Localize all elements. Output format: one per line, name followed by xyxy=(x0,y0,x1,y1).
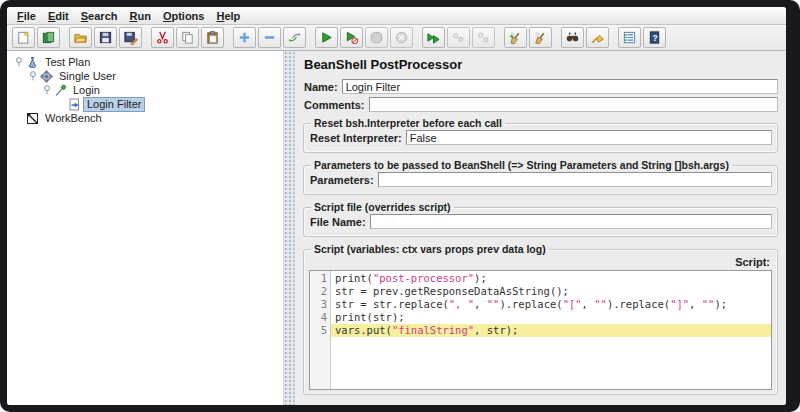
name-row: Name: xyxy=(304,79,778,94)
remove-button[interactable] xyxy=(258,27,281,48)
script-code: print("post-processor");str = prev.getRe… xyxy=(331,271,771,389)
copy-button[interactable] xyxy=(176,27,199,48)
paste-button[interactable] xyxy=(201,27,224,48)
add-icon xyxy=(237,30,252,45)
toggle-button[interactable] xyxy=(283,27,306,48)
remote-stop-all-button[interactable] xyxy=(447,27,470,48)
tree-item-login[interactable]: Login xyxy=(9,83,281,97)
clear-all-icon xyxy=(533,30,548,45)
search-reset-button[interactable] xyxy=(586,27,609,48)
menu-item-options[interactable]: Options xyxy=(158,9,212,23)
save-as-button[interactable] xyxy=(119,27,142,48)
new-file-button[interactable] xyxy=(12,27,35,48)
tree-expand-handle[interactable] xyxy=(27,70,39,82)
tree-indent-spacer xyxy=(55,98,67,110)
tree-expand-handle[interactable] xyxy=(41,84,53,96)
start-icon xyxy=(319,30,334,45)
post-processor-icon xyxy=(67,98,81,111)
reset-interpreter-label: Reset Interpreter: xyxy=(310,132,402,144)
shutdown-button[interactable] xyxy=(390,27,413,48)
cut-button[interactable] xyxy=(151,27,174,48)
copy-icon xyxy=(180,30,195,45)
line-number: 5 xyxy=(310,324,327,337)
menu-item-search[interactable]: Search xyxy=(76,9,125,23)
name-label: Name: xyxy=(304,81,338,93)
beanshell-postprocessor-panel: BeanShell PostProcessor Name: Comments: … xyxy=(295,51,786,405)
save-icon xyxy=(98,30,113,45)
open-file-icon xyxy=(73,30,88,45)
tree-expand-handle-icon xyxy=(28,70,38,82)
reset-interpreter-row: Reset Interpreter: xyxy=(310,130,772,145)
script-editor[interactable]: 12345 print("post-processor");str = prev… xyxy=(309,270,772,390)
script-group-title: Script (variables: ctx vars props prev d… xyxy=(311,243,549,255)
tree-item-single-user[interactable]: Single User xyxy=(9,69,281,83)
templates-button[interactable] xyxy=(37,27,60,48)
file-name-input[interactable] xyxy=(370,214,772,229)
search-button[interactable] xyxy=(561,27,584,48)
function-helper-button[interactable] xyxy=(618,27,641,48)
start-no-pauses-icon xyxy=(344,30,359,45)
line-number-gutter: 12345 xyxy=(310,271,331,389)
stop-icon xyxy=(369,30,384,45)
thread-group-icon xyxy=(39,70,53,83)
save-button[interactable] xyxy=(94,27,117,48)
tree-item-workbench[interactable]: WorkBench xyxy=(9,111,281,125)
tree-item-test-plan[interactable]: Test Plan xyxy=(9,55,281,69)
remote-shutdown-all-button[interactable] xyxy=(472,27,495,48)
parameters-label: Parameters: xyxy=(310,174,374,186)
tree-item-login-filter[interactable]: Login Filter xyxy=(9,97,281,111)
search-reset-icon xyxy=(590,30,605,45)
name-input[interactable] xyxy=(342,79,778,94)
split-divider[interactable] xyxy=(283,51,295,405)
parameters-group: Parameters to be passed to BeanShell (=>… xyxy=(303,159,778,195)
code-line-3: str = str.replace(", ", "").replace("[",… xyxy=(331,298,771,311)
help-button[interactable]: ? xyxy=(643,27,666,48)
clear-button[interactable] xyxy=(504,27,527,48)
comments-row: Comments: xyxy=(304,97,778,112)
test-plan-tree: Test PlanSingle UserLoginLogin FilterWor… xyxy=(7,51,283,405)
paste-icon xyxy=(205,30,220,45)
menu-item-help[interactable]: Help xyxy=(211,9,247,23)
jmeter-window: FileEditSearchRunOptionsHelp ? Test Plan… xyxy=(7,7,786,405)
script-label: Script: xyxy=(309,256,772,270)
remote-start-all-icon xyxy=(426,30,441,45)
tree-expand-handle[interactable] xyxy=(13,56,25,68)
line-number: 2 xyxy=(310,285,327,298)
stop-button[interactable] xyxy=(365,27,388,48)
line-number: 1 xyxy=(310,272,327,285)
tree-indent-spacer xyxy=(13,112,25,124)
function-helper-icon xyxy=(622,30,637,45)
toolbar-separator xyxy=(225,27,232,48)
templates-icon xyxy=(41,30,56,45)
help-icon: ? xyxy=(647,30,662,45)
menu-item-file[interactable]: File xyxy=(12,9,43,23)
toolbar-separator xyxy=(553,27,560,48)
reset-interpreter-group-title: Reset bsh.Interpreter before each call xyxy=(311,117,505,129)
toolbar-separator xyxy=(307,27,314,48)
code-line-4: print(str); xyxy=(331,311,771,324)
line-number: 4 xyxy=(310,311,327,324)
menu-item-edit[interactable]: Edit xyxy=(43,9,76,23)
toolbar: ? xyxy=(7,25,786,51)
menu-item-run[interactable]: Run xyxy=(124,9,157,23)
add-button[interactable] xyxy=(233,27,256,48)
tree-item-label: WorkBench xyxy=(42,112,105,125)
tree-item-label: Single User xyxy=(56,70,119,83)
page-title: BeanShell PostProcessor xyxy=(304,57,778,72)
remove-icon xyxy=(262,30,277,45)
start-button[interactable] xyxy=(315,27,338,48)
script-file-group: Script file (overrides script) File Name… xyxy=(303,201,778,237)
open-file-button[interactable] xyxy=(69,27,92,48)
clear-all-button[interactable] xyxy=(529,27,552,48)
tree-expand-handle-icon xyxy=(14,56,24,68)
line-number: 3 xyxy=(310,298,327,311)
test-plan-icon xyxy=(25,56,39,69)
tree-item-label: Login xyxy=(70,84,103,97)
parameters-input[interactable] xyxy=(378,172,772,187)
start-no-pauses-button[interactable] xyxy=(340,27,363,48)
remote-start-all-button[interactable] xyxy=(422,27,445,48)
comments-input[interactable] xyxy=(369,97,778,112)
remote-shutdown-all-icon xyxy=(476,30,491,45)
new-file-icon xyxy=(16,30,31,45)
reset-interpreter-input[interactable] xyxy=(406,130,772,145)
